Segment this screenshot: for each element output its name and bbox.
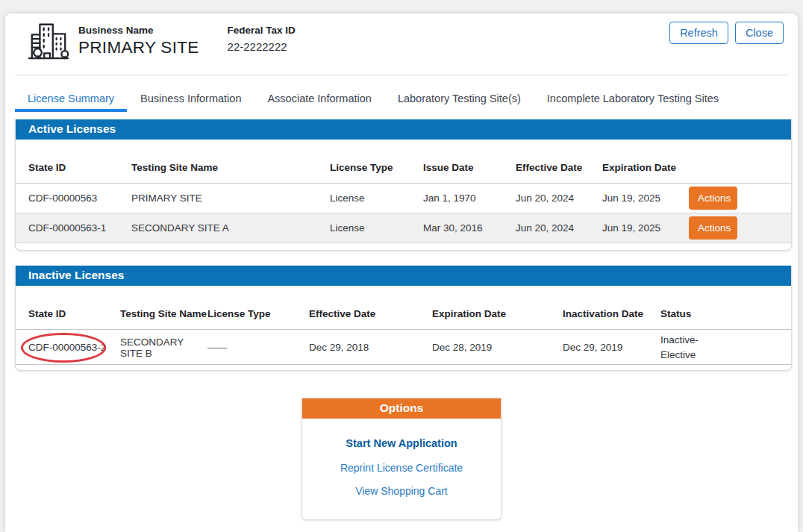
col-expiration-date: Expiration Date [432,308,563,319]
options-panel: Options Start New Application Reprint Li… [301,398,502,520]
inactive-licenses-header-row: State ID Testing Site Name License Type … [16,286,791,330]
col-state-id: State ID [28,308,120,319]
expiration-date-cell: Jun 19, 2025 [602,222,689,234]
site-name-cell: PRIMARY SITE [131,193,330,204]
effective-date-cell: Jun 20, 2024 [516,222,602,234]
col-expiration-date: Expiration Date [602,162,689,173]
tab-incomplete-laboratory-testing-sites[interactable]: Incomplete Laboratory Testing Sites [537,93,729,112]
status-cell: Inactive-Elective [660,330,722,365]
tab-bar: License Summary Business Information Ass… [5,93,798,112]
site-name-cell: SECONDARY SITE B [120,337,207,359]
col-effective-date: Effective Date [516,162,602,173]
federal-tax-id-label: Federal Tax ID [228,25,296,36]
active-licenses-section: Active Licenses State ID Testing Site Na… [15,119,792,251]
col-license-type: License Type [330,162,423,173]
business-buildings-icon [27,19,70,63]
col-inactivation-date: Inactivation Date [563,308,660,319]
window-header: Business Name PRIMARY SITE Federal Tax I… [5,13,798,63]
tab-laboratory-testing-sites[interactable]: Laboratory Testing Site(s) [387,93,531,112]
reprint-license-certificate-link[interactable]: Reprint License Certificate [302,462,501,474]
col-status: Status [660,308,791,319]
business-name-group: Business Name PRIMARY SITE [78,18,199,57]
header-divider [15,75,788,75]
expiration-date-cell: Dec 28, 2019 [432,342,563,353]
business-name-value: PRIMARY SITE [78,38,199,57]
site-name-cell: SECONDARY SITE A [131,222,330,234]
tab-associate-information[interactable]: Associate Information [257,93,381,112]
view-shopping-cart-link[interactable]: View Shopping Cart [302,485,501,497]
license-type-cell: —— [207,342,309,353]
col-state-id: State ID [28,162,131,173]
state-id-value: CDF-00000563-2 [28,342,106,353]
active-licenses-title: Active Licenses [16,119,791,140]
license-type-cell: License [330,222,423,234]
col-testing-site-name: Testing Site Name [131,162,330,173]
col-effective-date: Effective Date [309,308,432,319]
expiration-date-cell: Jun 19, 2025 [602,193,689,204]
actions-button[interactable]: Actions [689,216,737,240]
refresh-button[interactable]: Refresh [669,22,728,44]
tab-business-information[interactable]: Business Information [130,93,251,112]
col-license-type: License Type [207,308,309,319]
active-license-row: CDF-00000563 PRIMARY SITE License Jan 1,… [16,184,791,213]
issue-date-cell: Jan 1, 1970 [423,193,516,204]
federal-tax-id-group: Federal Tax ID 22-2222222 [228,18,296,53]
state-id-cell: CDF-00000563-1 [28,222,131,234]
col-issue-date: Issue Date [423,162,516,173]
close-button[interactable]: Close [735,22,784,44]
state-id-cell: CDF-00000563-2 [28,342,120,353]
actions-button[interactable]: Actions [689,187,737,210]
license-type-cell: License [330,193,423,204]
federal-tax-id-value: 22-2222222 [228,40,296,53]
active-license-row: CDF-00000563-1 SECONDARY SITE A License … [16,213,791,243]
effective-date-cell: Dec 29, 2018 [309,342,432,353]
state-id-cell: CDF-00000563 [28,193,131,204]
start-new-application-link[interactable]: Start New Application [302,437,501,449]
effective-date-cell: Jun 20, 2024 [516,193,602,204]
tab-license-summary[interactable]: License Summary [15,93,127,112]
inactive-licenses-section: Inactive Licenses State ID Testing Site … [15,266,792,371]
inactive-licenses-title: Inactive Licenses [16,266,791,286]
inactivation-date-cell: Dec 29, 2019 [563,342,660,353]
options-title: Options [302,398,501,419]
col-testing-site-name: Testing Site Name [120,308,207,319]
inactive-license-row: CDF-00000563-2 SECONDARY SITE B —— Dec 2… [16,330,791,365]
issue-date-cell: Mar 30, 2016 [423,222,516,234]
license-detail-window: Business Name PRIMARY SITE Federal Tax I… [5,13,798,532]
active-licenses-header-row: State ID Testing Site Name License Type … [16,140,791,184]
business-name-label: Business Name [78,25,199,36]
